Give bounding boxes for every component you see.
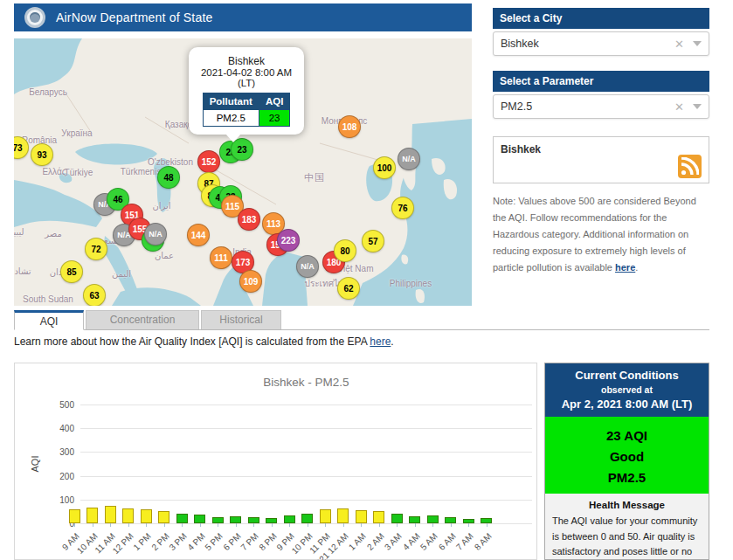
chart-bar[interactable] (409, 516, 420, 523)
rss-icon[interactable] (678, 155, 702, 178)
learn-more-body: Learn more about how the Air Quality Ind… (14, 335, 370, 348)
tab-bar: AQI Concentration Historical (14, 310, 709, 330)
map-country-label: ايران (152, 201, 170, 211)
tab-aqi[interactable]: AQI (14, 310, 84, 330)
chart-bar[interactable] (176, 514, 188, 523)
map-marker[interactable]: 109 (239, 270, 262, 293)
map-marker[interactable]: 57 (362, 230, 384, 252)
chart-bar[interactable] (86, 508, 98, 523)
chart-bar[interactable] (301, 514, 313, 523)
chart-bar[interactable] (284, 515, 295, 523)
map-marker[interactable]: 108 (338, 115, 361, 138)
chart-bar[interactable] (337, 508, 349, 523)
map-marker[interactable]: 72 (85, 238, 107, 260)
aqi-category: Good (545, 449, 709, 464)
map-country-label: تشاد (14, 266, 31, 276)
city-select-value: Bishkek (501, 38, 674, 50)
current-conditions-panel: Current Conditions observed at Apr 2, 20… (544, 363, 709, 560)
map-marker[interactable]: 80 (334, 239, 356, 262)
map-marker[interactable]: 144 (187, 224, 210, 246)
map-marker[interactable]: N/A (144, 223, 167, 245)
chart-bar[interactable] (194, 515, 205, 523)
x-axis-tick (289, 523, 290, 527)
aqi-map[interactable]: БеларусьУкраїнаRomâniaΕλλάςTürkiyeTürkme… (14, 38, 472, 306)
map-marker[interactable]: N/A (398, 148, 420, 170)
map-marker[interactable]: 62 (337, 277, 360, 300)
x-axis-tick (164, 523, 165, 527)
map-country-label: O'zbekiston (148, 157, 193, 167)
chart-bar[interactable] (248, 517, 259, 523)
map-marker[interactable]: 48 (157, 166, 180, 189)
map-country-label: Türkiye (65, 168, 93, 177)
chart-bar[interactable] (69, 509, 80, 523)
health-message: Health Message The AQI value for your co… (545, 494, 709, 560)
note-suffix: . (635, 262, 638, 273)
chart-bar[interactable] (391, 514, 403, 523)
aqi-pollutant: PM2.5 (545, 470, 709, 485)
clear-parameter-icon[interactable]: ✕ (674, 100, 684, 114)
chart-bar[interactable] (212, 517, 224, 523)
chart-gridline (80, 428, 532, 429)
chart-bar[interactable] (230, 516, 241, 523)
clear-city-icon[interactable]: ✕ (674, 38, 684, 51)
parameter-select[interactable]: PM2.5 ✕ (493, 94, 709, 119)
select-parameter-header: Select a Parameter (493, 71, 709, 92)
note-here-link[interactable]: here (615, 262, 635, 273)
x-axis-tick (253, 523, 254, 527)
map-marker[interactable]: 111 (210, 246, 232, 269)
aqi-bar-chart: Bishkek - PM2.5 AQI 01002003004005009 AM… (14, 363, 537, 560)
chart-bar[interactable] (105, 506, 116, 523)
chart-bar[interactable] (158, 511, 169, 523)
map-country-label: مصر (45, 229, 62, 239)
map-marker[interactable]: 223 (277, 229, 300, 252)
map-country-label: Philippines (390, 279, 432, 288)
x-axis-tick (74, 523, 75, 527)
map-country-label: Ελλάς (42, 167, 66, 176)
chart-bar[interactable] (122, 508, 134, 523)
x-axis-tick (93, 523, 93, 527)
popup-aqi-value: 23 (259, 110, 289, 127)
learn-more-text: Learn more about how the Air Quality Ind… (14, 335, 394, 348)
tab-concentration[interactable]: Concentration (86, 310, 199, 330)
map-marker[interactable]: 93 (31, 143, 53, 166)
chart-bar[interactable] (445, 517, 456, 523)
chart-bar[interactable] (320, 509, 331, 523)
popup-datetime: 2021-04-02 8:00 AM (194, 67, 299, 78)
x-axis-tick (146, 523, 147, 527)
parameter-select-value: PM2.5 (501, 100, 674, 113)
x-axis-tick (361, 523, 362, 527)
map-popup: Bishkek 2021-04-02 8:00 AM (LT) Pollutan… (189, 47, 304, 135)
chart-bar[interactable] (427, 515, 439, 523)
x-axis-tick (468, 523, 469, 527)
chart-gridline (80, 500, 532, 501)
chart-bar[interactable] (141, 509, 152, 523)
chevron-down-icon[interactable] (693, 104, 702, 109)
current-conditions-header: Current Conditions observed at Apr 2, 20… (545, 363, 709, 417)
app-title: AirNow Department of State (56, 10, 213, 24)
aqi-value: 23 AQI (545, 428, 709, 443)
learn-more-here-link[interactable]: here (370, 335, 391, 348)
aqi-category-box: 23 AQI Good PM2.5 (545, 417, 709, 494)
map-marker[interactable]: 63 (83, 284, 106, 306)
chart-bar[interactable] (373, 511, 384, 523)
x-axis-tick (397, 523, 398, 527)
map-marker[interactable]: N/A (296, 255, 319, 278)
popup-col-aqi: AQI (259, 93, 289, 110)
chevron-down-icon[interactable] (693, 41, 702, 46)
tab-divider (14, 329, 709, 330)
chart-bar[interactable] (356, 510, 367, 523)
map-country-label: Україна (61, 128, 92, 138)
map-marker[interactable]: 183 (238, 208, 260, 231)
map-marker[interactable]: 100 (373, 156, 396, 179)
map-marker[interactable]: 85 (60, 260, 83, 283)
y-axis-label: AQI (30, 451, 40, 477)
map-marker[interactable]: 76 (391, 197, 414, 219)
city-select[interactable]: Bishkek ✕ (493, 31, 709, 56)
tab-historical[interactable]: Historical (201, 310, 281, 330)
x-axis-tick (110, 523, 111, 527)
x-axis-tick (432, 523, 433, 527)
y-axis-tick: 200 (46, 472, 74, 481)
map-marker[interactable]: 152 (197, 150, 220, 173)
popup-timezone: (LT) (194, 78, 299, 88)
y-axis-tick: 100 (46, 495, 74, 505)
